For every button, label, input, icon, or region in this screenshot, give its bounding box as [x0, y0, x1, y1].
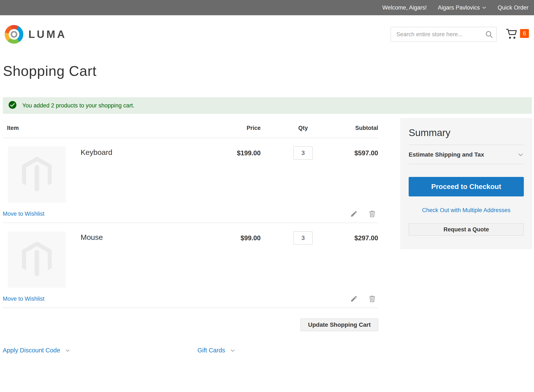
magento-placeholder-icon — [21, 156, 53, 193]
success-message-text: You added 2 products to your shopping ca… — [22, 102, 134, 109]
column-header-qty: Qty — [261, 125, 345, 131]
minicart-button[interactable]: 6 — [506, 27, 529, 40]
cart-icon — [506, 29, 517, 40]
summary-panel: Summary Estimate Shipping and Tax Procee… — [400, 118, 532, 249]
gift-cards-label: Gift Cards — [198, 347, 225, 354]
apply-discount-code-toggle[interactable]: Apply Discount Code — [3, 347, 71, 354]
cart-item-row: Keyboard $199.00 $597.00 — [3, 138, 378, 203]
top-bar: Welcome, Aigars! Aigars Pavlovics Quick … — [0, 0, 534, 15]
welcome-text: Welcome, Aigars! — [382, 5, 427, 11]
request-a-quote-button[interactable]: Request a Quote — [409, 223, 524, 236]
column-header-item: Item — [3, 125, 205, 131]
store-logo[interactable]: LUMA — [5, 25, 66, 44]
chevron-down-icon — [65, 348, 71, 353]
product-thumbnail — [8, 146, 66, 203]
account-menu[interactable]: Aigars Pavlovics — [438, 5, 487, 11]
header: LUMA 6 — [0, 15, 534, 51]
item-price: $199.00 — [205, 146, 261, 203]
column-header-subtotal: Subtotal — [345, 125, 378, 131]
magento-placeholder-icon — [21, 241, 53, 278]
search-box — [391, 27, 497, 42]
qty-input[interactable] — [293, 146, 313, 159]
qty-input[interactable] — [293, 231, 313, 244]
cart-table-header: Item Price Qty Subtotal — [3, 118, 378, 138]
edit-item-icon[interactable] — [350, 210, 358, 218]
success-check-icon — [8, 101, 17, 111]
column-header-price: Price — [205, 125, 261, 131]
proceed-to-checkout-button[interactable]: Proceed to Checkout — [409, 177, 524, 196]
logo-text: LUMA — [28, 28, 66, 41]
estimate-shipping-toggle[interactable]: Estimate Shipping and Tax — [409, 145, 524, 164]
search-input[interactable] — [391, 27, 497, 42]
estimate-shipping-label: Estimate Shipping and Tax — [409, 151, 484, 158]
update-shopping-cart-button[interactable]: Update Shopping Cart — [301, 318, 378, 331]
page-title: Shopping Cart — [0, 51, 534, 79]
item-actions-row: Move to Wishlist — [3, 292, 378, 308]
cart-count-badge: 6 — [520, 29, 529, 38]
chevron-down-icon — [482, 5, 487, 10]
cart-table: Item Price Qty Subtotal Keyboard $199.00… — [3, 118, 378, 354]
product-name-link[interactable]: Mouse — [80, 233, 103, 242]
account-name: Aigars Pavlovics — [438, 5, 480, 11]
product-thumbnail — [8, 231, 66, 288]
item-price: $99.00 — [205, 231, 261, 288]
item-subtotal: $597.00 — [345, 146, 378, 203]
search-icon[interactable] — [485, 30, 493, 39]
edit-item-icon[interactable] — [350, 295, 358, 303]
move-to-wishlist-link[interactable]: Move to Wishlist — [3, 211, 45, 217]
delete-item-icon[interactable] — [368, 210, 376, 218]
move-to-wishlist-link[interactable]: Move to Wishlist — [3, 296, 45, 302]
success-message: You added 2 products to your shopping ca… — [3, 97, 532, 114]
item-subtotal: $297.00 — [345, 231, 378, 288]
quick-order-link[interactable]: Quick Order — [497, 5, 529, 11]
product-name-link[interactable]: Keyboard — [80, 148, 112, 157]
item-actions-row: Move to Wishlist — [3, 207, 378, 223]
gift-cards-toggle[interactable]: Gift Cards — [198, 347, 235, 354]
summary-title: Summary — [409, 126, 524, 145]
luma-logo-icon — [5, 25, 23, 44]
chevron-down-icon — [230, 348, 235, 353]
apply-discount-code-label: Apply Discount Code — [3, 347, 60, 354]
multi-address-checkout-link[interactable]: Check Out with Multiple Addresses — [409, 207, 524, 214]
delete-item-icon[interactable] — [368, 295, 376, 303]
chevron-down-icon — [517, 151, 524, 158]
cart-item-row: Mouse $99.00 $297.00 — [3, 223, 378, 288]
